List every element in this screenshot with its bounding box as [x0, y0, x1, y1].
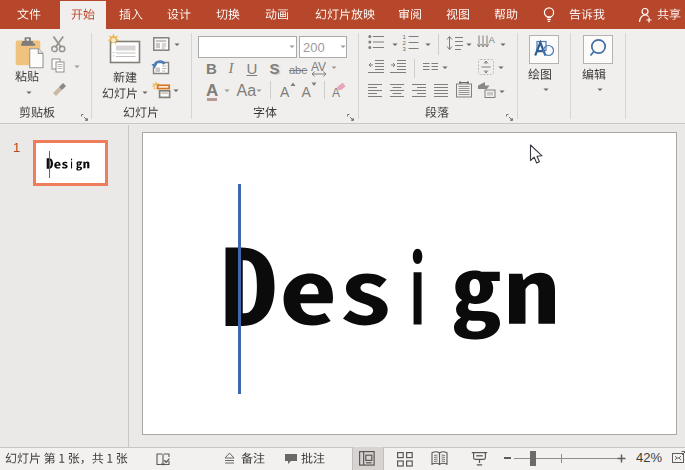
- svg-text:A: A: [489, 34, 496, 45]
- svg-text:3: 3: [403, 46, 407, 52]
